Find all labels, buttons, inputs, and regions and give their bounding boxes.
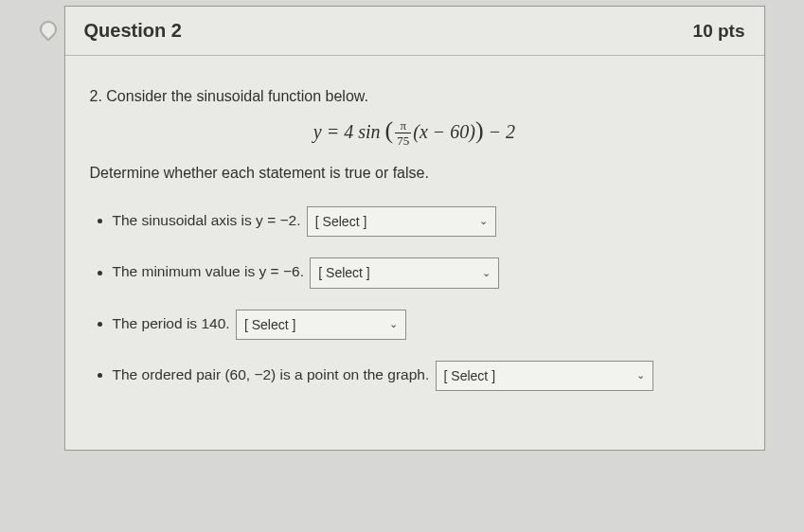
chevron-down-icon: ⌄: [636, 367, 645, 384]
fraction-numerator: π: [395, 119, 411, 133]
equation-inner: (x − 60): [413, 121, 475, 142]
select-dropdown-4[interactable]: [ Select ] ⌄: [436, 361, 653, 391]
statement-text: The period is 140.: [113, 315, 230, 331]
list-item: The minimum value is y = −6. [ Select ] …: [113, 257, 740, 288]
question-marker: [40, 6, 59, 53]
list-item: The period is 140. [ Select ] ⌄: [113, 310, 740, 340]
equation-rparen: ): [475, 116, 484, 144]
list-item: The ordered pair (60, −2) is a point on …: [113, 361, 740, 391]
select-dropdown-3[interactable]: [ Select ] ⌄: [236, 310, 406, 340]
question-card: Question 2 10 pts 2. Consider the sinuso…: [64, 6, 765, 451]
statement-text: The minimum value is y = −6.: [113, 264, 304, 280]
select-placeholder: [ Select ]: [318, 262, 369, 283]
question-points: 10 pts: [693, 21, 745, 42]
equation-lparen: (: [385, 116, 394, 144]
equation-fraction: π 75: [395, 119, 411, 147]
statement-text: The ordered pair (60, −2) is a point on …: [113, 366, 430, 382]
card-header: Question 2 10 pts: [65, 7, 764, 56]
question-prompt: 2. Consider the sinusoidal function belo…: [90, 88, 740, 105]
fraction-denominator: 75: [395, 133, 411, 147]
select-placeholder: [ Select ]: [444, 365, 495, 386]
equation-lead: y = 4 sin: [313, 121, 381, 142]
chevron-down-icon: ⌄: [389, 316, 398, 333]
statement-text: The sinusoidal axis is y = −2.: [113, 212, 301, 228]
select-placeholder: [ Select ]: [244, 314, 295, 335]
speech-bubble-icon: [36, 17, 60, 41]
equation: y = 4 sin ( π 75 (x − 60)) − 2: [90, 116, 740, 148]
statement-list: The sinusoidal axis is y = −2. [ Select …: [90, 206, 740, 392]
question-title: Question 2: [84, 20, 182, 42]
select-dropdown-2[interactable]: [ Select ] ⌄: [310, 257, 499, 288]
select-placeholder: [ Select ]: [315, 211, 366, 232]
chevron-down-icon: ⌄: [482, 265, 491, 282]
question-instruction: Determine whether each statement is true…: [90, 165, 740, 182]
select-dropdown-1[interactable]: [ Select ] ⌄: [307, 206, 496, 237]
list-item: The sinusoidal axis is y = −2. [ Select …: [113, 206, 740, 237]
chevron-down-icon: ⌄: [479, 213, 488, 230]
card-body: 2. Consider the sinusoidal function belo…: [65, 56, 764, 450]
equation-tail: − 2: [484, 121, 516, 142]
